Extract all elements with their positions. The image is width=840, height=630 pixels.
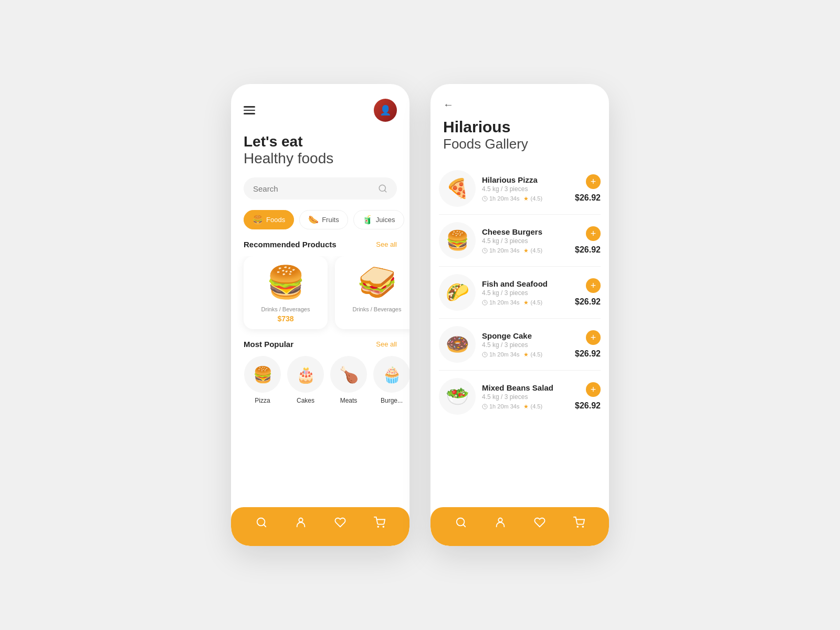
food-weight-4: 4.5 kg / 3 pieces <box>482 393 569 401</box>
product-emoji-0: 🍔 <box>266 264 306 301</box>
menu-icon[interactable] <box>244 106 255 114</box>
gallery-title-section: Hilarious Foods Gallery <box>430 116 609 163</box>
svg-point-15 <box>577 526 578 527</box>
svg-point-5 <box>377 526 379 527</box>
category-vegetables[interactable]: 🍟 Veget... <box>410 210 410 229</box>
food-thumb-1: 🍔 <box>439 222 476 259</box>
add-food-button-1[interactable]: + <box>586 226 601 241</box>
food-item-3: 🍩 Sponge Cake 4.5 kg / 3 pieces 1h 20m 3… <box>439 319 601 371</box>
food-right-2: + $26.92 <box>575 278 601 307</box>
popular-title: Most Popular <box>244 340 293 349</box>
search-input[interactable] <box>253 184 374 193</box>
food-price-0: $26.92 <box>575 193 601 203</box>
popular-item-1[interactable]: 🎂 Cakes <box>287 356 324 404</box>
food-weight-3: 4.5 kg / 3 pieces <box>482 341 569 349</box>
svg-point-14 <box>498 518 502 522</box>
food-meta-4: 1h 20m 34s ★ (4.5) <box>482 403 569 410</box>
food-right-1: + $26.92 <box>575 226 601 255</box>
food-meta-0: 1h 20m 34s ★ (4.5) <box>482 195 569 202</box>
food-price-3: $26.92 <box>575 349 601 359</box>
food-right-3: + $26.92 <box>575 330 601 359</box>
food-meta-3: 1h 20m 34s ★ (4.5) <box>482 351 569 358</box>
search-bar[interactable] <box>244 177 397 200</box>
popular-see-all[interactable]: See all <box>376 340 397 348</box>
left-bottom-nav <box>231 507 410 546</box>
food-name-0: Hilarious Pizza <box>482 175 569 184</box>
food-weight-2: 4.5 kg / 3 pieces <box>482 289 569 297</box>
recommended-header: Recommended Products See all <box>231 240 410 256</box>
back-button[interactable]: ← <box>443 99 454 111</box>
category-foods[interactable]: 🍔 Foods <box>244 210 294 229</box>
right-nav-heart-icon[interactable] <box>534 517 545 531</box>
food-rating-3: ★ (4.5) <box>523 351 542 358</box>
food-info-3: Sponge Cake 4.5 kg / 3 pieces 1h 20m 34s… <box>482 331 569 358</box>
recommended-title: Recommended Products <box>244 240 337 249</box>
right-bottom-nav <box>430 507 609 546</box>
food-meta-2: 1h 20m 34s ★ (4.5) <box>482 299 569 306</box>
nav-search-icon[interactable] <box>256 517 267 531</box>
food-thumb-2: 🌮 <box>439 274 476 311</box>
food-time-2: 1h 20m 34s <box>482 299 519 306</box>
avatar[interactable]: 👤 <box>374 99 397 122</box>
recommended-see-all[interactable]: See all <box>376 240 397 248</box>
product-cards: 🍔 Drinks / Beverages $738 🥪 Drinks / Bev… <box>231 256 410 340</box>
food-time-1: 1h 20m 34s <box>482 247 519 254</box>
star-icon-1: ★ <box>523 247 529 254</box>
product-card-1[interactable]: 🥪 Drinks / Beverages <box>335 256 410 329</box>
right-phone: ← Hilarious Foods Gallery 🍕 Hilarious Pi… <box>430 84 609 546</box>
popular-item-2[interactable]: 🍗 Meats <box>330 356 368 404</box>
add-food-button-3[interactable]: + <box>586 330 601 345</box>
nav-cart-icon[interactable] <box>374 517 385 531</box>
food-meta-1: 1h 20m 34s ★ (4.5) <box>482 247 569 254</box>
food-weight-0: 4.5 kg / 3 pieces <box>482 185 569 193</box>
food-name-2: Fish and Seafood <box>482 279 569 288</box>
popular-header: Most Popular See all <box>231 340 410 356</box>
category-pills: 🍔 Foods 🌭 Fruits 🧃 Juices 🍟 Veget... <box>231 210 410 240</box>
product-emoji-1: 🥪 <box>358 264 397 301</box>
food-item-1: 🍔 Cheese Burgers 4.5 kg / 3 pieces 1h 20… <box>439 215 601 267</box>
back-header: ← <box>430 84 609 116</box>
product-category-1: Drinks / Beverages <box>353 306 402 312</box>
food-thumb-3: 🍩 <box>439 326 476 363</box>
star-icon-3: ★ <box>523 351 529 358</box>
food-name-4: Mixed Beans Salad <box>482 383 569 392</box>
food-rating-0: ★ (4.5) <box>523 195 542 202</box>
product-category-0: Drinks / Beverages <box>261 306 310 312</box>
popular-items: 🍔 Pizza 🎂 Cakes 🍗 Meats 🧁 Burge... <box>231 356 410 415</box>
svg-line-3 <box>264 524 266 527</box>
food-thumb-0: 🍕 <box>439 170 476 207</box>
food-right-4: + $26.92 <box>575 382 601 411</box>
add-food-button-2[interactable]: + <box>586 278 601 293</box>
nav-heart-icon[interactable] <box>334 517 346 531</box>
right-nav-user-icon[interactable] <box>495 517 506 531</box>
food-item-2: 🌮 Fish and Seafood 4.5 kg / 3 pieces 1h … <box>439 267 601 319</box>
food-name-1: Cheese Burgers <box>482 227 569 236</box>
star-icon-4: ★ <box>523 403 529 410</box>
popular-item-0[interactable]: 🍔 Pizza <box>244 356 281 404</box>
food-rating-4: ★ (4.5) <box>523 403 542 410</box>
food-price-2: $26.92 <box>575 297 601 307</box>
food-thumb-4: 🥗 <box>439 378 476 415</box>
star-icon-0: ★ <box>523 195 529 202</box>
svg-point-16 <box>582 526 583 527</box>
product-card-0[interactable]: 🍔 Drinks / Beverages $738 <box>244 256 328 329</box>
svg-line-1 <box>384 190 386 192</box>
food-price-1: $26.92 <box>575 245 601 255</box>
food-info-4: Mixed Beans Salad 4.5 kg / 3 pieces 1h 2… <box>482 383 569 410</box>
category-juices[interactable]: 🧃 Juices <box>353 210 404 229</box>
food-name-3: Sponge Cake <box>482 331 569 340</box>
popular-item-3[interactable]: 🧁 Burge... <box>373 356 410 404</box>
category-fruits[interactable]: 🌭 Fruits <box>299 210 348 229</box>
food-price-4: $26.92 <box>575 401 601 411</box>
left-phone: 👤 Let's eat Healthy foods 🍔 Foods 🌭 Frui… <box>231 84 410 546</box>
food-time-0: 1h 20m 34s <box>482 195 519 202</box>
nav-user-icon[interactable] <box>295 517 307 531</box>
add-food-button-4[interactable]: + <box>586 382 601 397</box>
add-food-button-0[interactable]: + <box>586 174 601 189</box>
right-nav-cart-icon[interactable] <box>573 517 585 531</box>
food-time-3: 1h 20m 34s <box>482 351 519 358</box>
right-nav-search-icon[interactable] <box>455 517 467 531</box>
food-weight-1: 4.5 kg / 3 pieces <box>482 237 569 245</box>
hero-line1: Let's eat <box>244 133 397 150</box>
food-list: 🍕 Hilarious Pizza 4.5 kg / 3 pieces 1h 2… <box>430 163 609 422</box>
